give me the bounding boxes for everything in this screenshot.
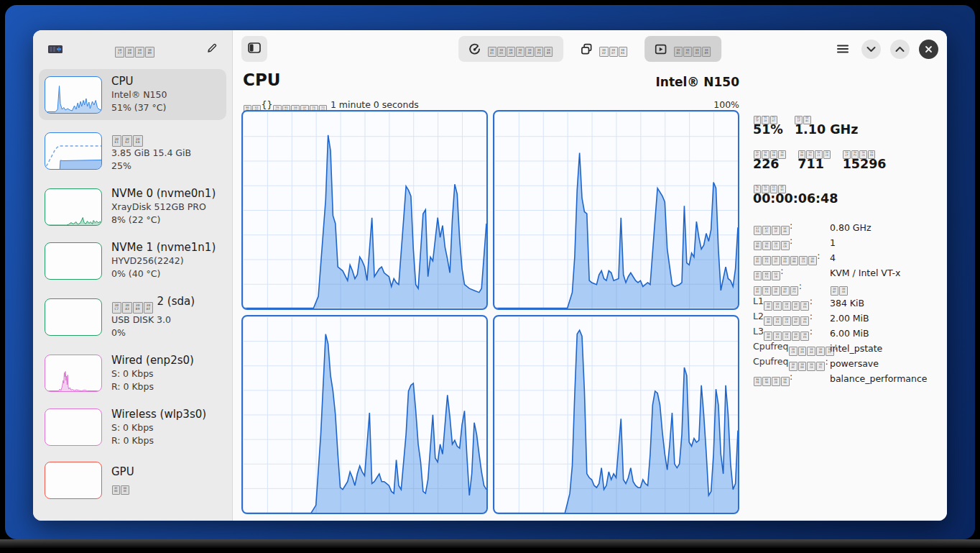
- missing-glyph-box: 30B5: [674, 47, 683, 57]
- detail-value: KVM / Intel VT-x: [830, 268, 900, 278]
- detail-label: 30BD30B130C330C8:: [753, 235, 830, 250]
- main-pane: 30D130D530A930FC30DE30F330B930A230D730EA…: [233, 30, 947, 521]
- device-stat-line: XrayDisk 512GB PRO: [111, 201, 216, 214]
- missing-glyph-box: 30BD: [754, 241, 762, 251]
- missing-glyph-box: 30AC: [789, 362, 798, 372]
- missing-glyph-box: 3044: [839, 286, 848, 296]
- missing-glyph-box: 30E2: [122, 135, 132, 147]
- tab-performance[interactable]: 30D130D530A930FC30DE30F330B9: [458, 36, 563, 62]
- sidebar-toggle-icon: [248, 42, 261, 55]
- stat-speed-label: 901F5EA6: [795, 111, 858, 121]
- menu-button[interactable]: [833, 41, 852, 57]
- missing-glyph-box: 5316: [772, 271, 780, 281]
- device-stat-line: S: 0 Kbps: [111, 367, 194, 380]
- stat-processes-label: 30D730ED30BB30B9: [753, 145, 786, 155]
- device-thumbnail-nvme1: [45, 242, 102, 280]
- sidebar-item-disk2[interactable]: 30C730A330B930AF 2 (sda)USB DISK 3.00%: [39, 289, 226, 344]
- detail-label: 96FB6E908A2D5B9A:: [753, 371, 830, 386]
- sidebar-item-gpu[interactable]: GPU4E0D660E: [39, 456, 226, 505]
- stat-group: 7A3C50CD6642959300:00:06:48: [753, 180, 946, 208]
- device-stat-line: HYVD256(2242): [111, 255, 216, 268]
- detail-row: 4EEE60F330DE30B730F3:306F3044: [753, 280, 946, 296]
- detail-row: 57FA672C901F5EA6:0.80 GHz: [753, 220, 946, 235]
- missing-glyph-box: 30C8: [781, 241, 790, 251]
- device-thumbnail-gpu: [45, 462, 102, 499]
- missing-glyph-box: 30E1: [112, 135, 122, 147]
- chevron-up-icon: [895, 46, 905, 52]
- device-thumbnail-disk2: [45, 298, 102, 336]
- tab-label: 30A230D730EA: [599, 41, 627, 57]
- pencil-icon: [206, 42, 218, 56]
- missing-glyph-box: 30E5: [800, 332, 809, 342]
- device-stat-line: R: 0 Kbps: [111, 434, 206, 447]
- device-thumbnail-cpu: [45, 76, 102, 114]
- missing-glyph-box: 5EA6: [781, 226, 790, 236]
- device-stat-line: Intel® N150: [111, 88, 167, 101]
- sidebar-item-nvme1[interactable]: NVMe 1 (nvme1n1)HYVD256(2242)0% (40 °C): [39, 235, 226, 286]
- missing-glyph-box: 30B7: [792, 301, 800, 311]
- detail-row: L330AD30E330C330B730E5:6.00 MiB: [753, 326, 946, 341]
- cpu-performance-page: CPU Intel® N150 904E53BB{}79D29593306E4F…: [233, 68, 947, 521]
- missing-glyph-box: 30E5: [800, 316, 809, 326]
- detail-row: 4EEE60F330D730ED30BB30C330B5:4: [753, 250, 946, 265]
- missing-glyph-box: 30AD: [764, 316, 772, 326]
- missing-glyph-box: 672C: [762, 226, 771, 236]
- missing-glyph-box: 30A4: [135, 47, 144, 58]
- maximize-button[interactable]: [890, 40, 910, 59]
- detail-value: powersave: [830, 358, 879, 369]
- sidebar-item-memory[interactable]: 30E130E230EA3.85 GiB 15.4 GiB25%: [39, 123, 226, 178]
- missing-glyph-box: 30E5: [800, 301, 809, 311]
- missing-glyph-box: 30C9: [823, 150, 831, 159]
- sidebar-item-cpu[interactable]: CPUIntel® N15051% (37 °C): [39, 69, 226, 120]
- detail-row: Cpufreq30C930E930A430D030FC:intel_pstate: [753, 341, 946, 356]
- detail-value: 6.00 MiB: [830, 328, 869, 339]
- detail-label: 4EEE60F330DE30B730F3:: [753, 280, 830, 296]
- missing-glyph-box: 306F: [831, 286, 839, 296]
- stats-panel: 4F7F7528738751%901F5EA61.10 GHz30D730ED3…: [753, 111, 946, 386]
- missing-glyph-box: 30C3: [782, 332, 791, 342]
- edit-devices-button[interactable]: [203, 40, 221, 59]
- device-stat-line: 0%: [111, 326, 195, 339]
- device-text: 30C730A330B930AF 2 (sda)USB DISK 3.00%: [111, 295, 195, 339]
- missing-glyph-box: 30AD: [764, 301, 772, 311]
- device-stat-line: R: 0 Kbps: [111, 380, 194, 393]
- sidebar-item-nvme0[interactable]: NVMe 0 (nvme0n1)XrayDisk 512GB PRO8% (22…: [39, 181, 226, 232]
- missing-glyph-box: 30C3: [772, 241, 780, 251]
- detail-value: 306F3044: [830, 280, 849, 296]
- detail-value: balance_performance: [830, 373, 928, 384]
- device-title: 30C730A330B930AF 2 (sda): [111, 295, 195, 313]
- missing-glyph-box: 660E: [121, 485, 129, 495]
- device-text: CPUIntel® N15051% (37 °C): [111, 75, 167, 114]
- missing-glyph-box: 30E3: [773, 301, 782, 311]
- app-window: 30C730D030A430B9 CPUIntel® N15051% (37 °…: [33, 30, 947, 521]
- devices-title: 30C730D030A430B9: [115, 40, 155, 57]
- stat-usage: 4F7F7528738751%: [753, 111, 783, 139]
- sidebar-toggle-button[interactable]: [241, 36, 267, 62]
- sidebar-item-wired[interactable]: Wired (enp2s0)S: 0 KbpsR: 0 Kbps: [39, 348, 226, 399]
- missing-glyph-box: 30BB: [790, 256, 799, 266]
- hamburger-icon: [836, 44, 849, 54]
- missing-glyph-box: 96FB: [754, 377, 762, 387]
- tab-services[interactable]: 30B530FC30D330B9: [644, 36, 721, 62]
- sidebar-item-wireless[interactable]: Wireless (wlp3s0)S: 0 KbpsR: 0 Kbps: [39, 402, 226, 453]
- device-stat-line: USB DISK 3.0: [111, 314, 195, 326]
- missing-glyph-box: 30C7: [112, 302, 122, 314]
- minimize-button[interactable]: [861, 40, 881, 59]
- stat-speed-value: 1.10 GHz: [795, 121, 858, 139]
- tab-apps[interactable]: 30A230D730EA: [570, 36, 637, 62]
- stat-threads-label: 30B930EC30C330C9: [798, 145, 831, 155]
- headerbar: 30D130D530A930FC30DE30F330B930A230D730EA…: [233, 30, 947, 68]
- window-controls: [833, 40, 938, 59]
- detail-value: 4: [830, 252, 836, 263]
- core-graph-3: [241, 315, 488, 515]
- missing-glyph-box: 30FC: [816, 362, 825, 372]
- device-stat-line: 0% (40 °C): [111, 268, 216, 280]
- missing-glyph-box: 30A2: [600, 47, 609, 57]
- detail-label: L330AD30E330C330B730E5:: [753, 326, 830, 341]
- missing-glyph-box: 30D7: [609, 47, 618, 57]
- stat-group: 30D730ED30BB30B922630B930EC30C330C971130…: [753, 145, 946, 173]
- stat-processes: 30D730ED30BB30B9226: [753, 145, 786, 173]
- stat-usage-label: 4F7F75287387: [753, 111, 783, 121]
- close-button[interactable]: [919, 40, 938, 59]
- missing-glyph-box: 30D0: [816, 347, 825, 357]
